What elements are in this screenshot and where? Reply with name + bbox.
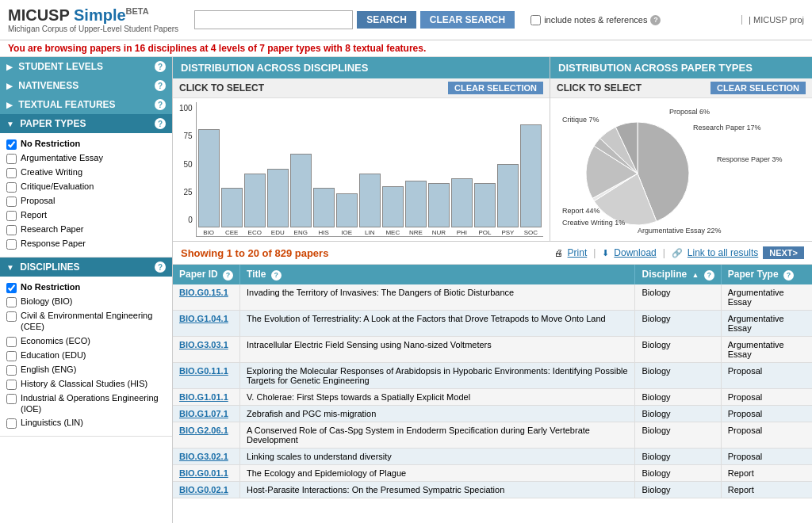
bar-group-cee[interactable]: CEE [221, 188, 243, 236]
search-input[interactable] [194, 10, 353, 29]
clear-selection-disciplines-button[interactable]: CLEAR SELECTION [448, 82, 543, 94]
print-link[interactable]: Print [568, 247, 588, 258]
cell-paper-id: BIO.G0.02.1 [173, 481, 240, 498]
nativeness-help-icon[interactable]: ? [155, 80, 166, 91]
cell-discipline: Biology [635, 464, 721, 481]
paper-type-response-paper-checkbox[interactable] [6, 239, 17, 250]
sidebar-section-nativeness[interactable]: ▶ NATIVENESS ? [0, 76, 172, 95]
cell-title: Exploring the Molecular Responses of Ara… [240, 362, 635, 388]
discipline-help-icon[interactable]: ? [704, 270, 714, 281]
discipline-history-checkbox[interactable] [6, 380, 17, 390]
bar-group-bio[interactable]: BIO [198, 129, 220, 236]
table-row: BIO.G3.02.1Linking scales to understand … [173, 448, 812, 464]
bar-group-edu[interactable]: EDU [267, 169, 289, 236]
cell-paper-id: BIO.G2.06.1 [173, 422, 240, 448]
bar-group-eng[interactable]: ENG [290, 154, 312, 236]
bar-group-lin[interactable]: LIN [359, 174, 381, 236]
bar-group-nre[interactable]: NRE [405, 181, 427, 236]
disciplines-label: DISCIPLINES [20, 262, 79, 273]
col-title-label: Title [247, 269, 266, 280]
paper-type-critique-evaluation-checkbox[interactable] [6, 182, 17, 193]
micusp-proj-link[interactable]: | MICUSP proj [741, 15, 804, 25]
paper-id-link[interactable]: BIO.G2.06.1 [179, 426, 228, 435]
paper-type-report-checkbox[interactable] [6, 211, 17, 221]
paper-id-link[interactable]: BIO.G3.03.1 [179, 340, 228, 349]
bar-group-pol[interactable]: POL [474, 183, 496, 236]
printer-icon: 🖨 [554, 248, 563, 258]
bar-group-nur[interactable]: NUR [428, 183, 450, 236]
discipline-biology-checkbox[interactable] [6, 297, 17, 307]
paper-type-research-paper-checkbox[interactable] [6, 225, 17, 235]
bar-group-mec[interactable]: MEC [382, 186, 404, 236]
bar-eco[interactable] [244, 174, 266, 227]
include-notes-help-icon[interactable]: ? [650, 15, 661, 25]
discipline-sort-icon[interactable]: ▲ [692, 271, 699, 279]
paper-types-help-icon[interactable]: ? [155, 118, 166, 129]
next-button[interactable]: NEXT> [763, 246, 804, 259]
bar-group-phi[interactable]: PHI [451, 178, 473, 236]
sidebar-section-textual-features[interactable]: ▶ TEXTUAL FEATURES ? [0, 95, 172, 114]
bar-phi[interactable] [451, 178, 473, 227]
paper-id-link[interactable]: BIO.G3.02.1 [179, 452, 228, 461]
paper-type-proposal-label: Proposal [21, 195, 55, 206]
sidebar-section-student-levels[interactable]: ▶ STUDENT LEVELS ? [0, 57, 172, 76]
sidebar-section-paper-types[interactable]: ▼ PAPER TYPES ? [0, 114, 172, 133]
paper-type-creative-writing-checkbox[interactable] [6, 168, 17, 178]
student-levels-help-icon[interactable]: ? [155, 61, 166, 72]
download-link[interactable]: Download [614, 247, 656, 258]
bar-edu[interactable] [267, 169, 289, 227]
click-to-select-paper-types[interactable]: CLICK TO SELECT [557, 82, 642, 94]
paper-id-link[interactable]: BIO.G0.02.1 [179, 485, 228, 494]
bar-group-his[interactable]: HIS [313, 188, 335, 236]
paper-type-col-help-icon[interactable]: ? [783, 270, 794, 281]
disciplines-help-icon[interactable]: ? [155, 262, 166, 273]
clear-selection-paper-types-button[interactable]: CLEAR SELECTION [710, 82, 806, 94]
bar-nur[interactable] [428, 183, 450, 227]
discipline-education-checkbox[interactable] [6, 351, 17, 361]
discipline-economics-checkbox[interactable] [6, 337, 17, 347]
link-all-results[interactable]: Link to all results [688, 247, 758, 258]
bar-group-eco[interactable]: ECO [244, 174, 266, 236]
bar-bio[interactable] [198, 129, 220, 227]
bar-nre[interactable] [405, 181, 427, 227]
include-notes-checkbox[interactable] [530, 15, 541, 25]
paper-id-link[interactable]: BIO.G1.04.1 [179, 314, 228, 323]
paper-id-link[interactable]: BIO.G0.11.1 [179, 366, 228, 376]
paper-type-no-restriction-checkbox[interactable] [6, 139, 17, 150]
paper-id-help-icon[interactable]: ? [223, 270, 233, 281]
pie-label-creative-writing: Creative Writing 1% [562, 219, 625, 227]
sidebar-section-disciplines[interactable]: ▼ DISCIPLINES ? [0, 258, 172, 277]
bar-group-psy[interactable]: PSY [497, 164, 519, 236]
discipline-english-checkbox[interactable] [6, 365, 17, 376]
paper-id-link[interactable]: BIO.G0.01.1 [179, 468, 228, 478]
bar-pol[interactable] [474, 183, 496, 227]
discipline-no-restriction-checkbox[interactable] [6, 283, 17, 293]
table-row: BIO.G3.03.1Intracellular Electric Field … [173, 336, 812, 362]
bar-group-soc[interactable]: SOC [520, 124, 542, 236]
bar-mec[interactable] [382, 186, 404, 227]
textual-features-help-icon[interactable]: ? [155, 99, 166, 110]
discipline-cee-checkbox[interactable] [6, 311, 17, 322]
bar-lin[interactable] [359, 174, 381, 227]
table-row: BIO.G2.06.1A Conserved Role of Cas-Spg S… [173, 422, 812, 448]
bar-label-his: HIS [319, 229, 329, 236]
paper-type-proposal-checkbox[interactable] [6, 197, 17, 207]
pie-label-proposal: Proposal 6% [669, 108, 710, 116]
title-help-icon[interactable]: ? [271, 270, 282, 281]
paper-id-link[interactable]: BIO.G1.01.1 [179, 392, 228, 402]
paper-id-link[interactable]: BIO.G1.07.1 [179, 409, 228, 418]
bar-his[interactable] [313, 188, 335, 227]
paper-type-argumentative-essay-checkbox[interactable] [6, 154, 17, 164]
bar-psy[interactable] [497, 164, 519, 227]
bar-group-ioe[interactable]: IOE [336, 193, 358, 236]
bar-cee[interactable] [221, 188, 243, 227]
bar-ioe[interactable] [336, 193, 358, 227]
discipline-ioe-checkbox[interactable] [6, 394, 17, 404]
clear-search-button[interactable]: CLEAR SEARCH [420, 11, 515, 29]
click-to-select-disciplines[interactable]: CLICK TO SELECT [179, 82, 264, 94]
bar-eng[interactable] [290, 154, 312, 227]
bar-soc[interactable] [520, 124, 542, 227]
discipline-linguistics-checkbox[interactable] [6, 418, 17, 429]
search-button[interactable]: SEARCH [357, 11, 416, 29]
paper-id-link[interactable]: BIO.G0.15.1 [179, 288, 228, 297]
